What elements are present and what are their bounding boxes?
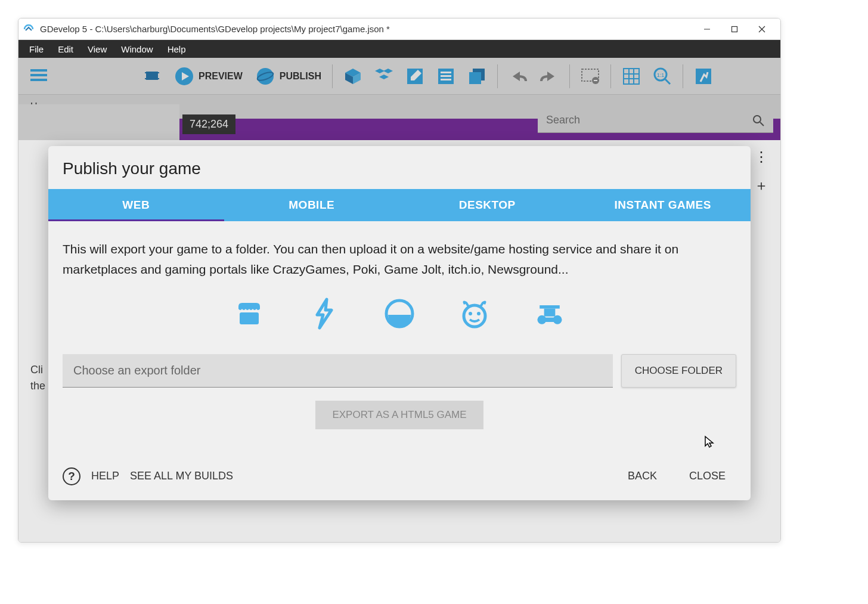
svg-line-43 bbox=[760, 122, 764, 126]
modal-description: This will export your game to a folder. … bbox=[63, 239, 736, 279]
toolbar-separator bbox=[610, 64, 611, 88]
tabs-row: Ho bbox=[18, 95, 780, 119]
objects-icon[interactable] bbox=[371, 63, 397, 89]
poki-icon bbox=[458, 297, 491, 330]
search-input[interactable] bbox=[546, 114, 752, 126]
help-link[interactable]: HELP bbox=[91, 470, 119, 482]
platform-icons bbox=[63, 297, 736, 330]
itch-io-icon bbox=[232, 297, 266, 330]
svg-point-48 bbox=[469, 312, 472, 315]
svg-rect-30 bbox=[582, 69, 599, 81]
minimize-button[interactable] bbox=[693, 18, 721, 40]
modal-footer: ? HELP SEE ALL MY BUILDS BACK CLOSE bbox=[48, 459, 751, 500]
toolbar-separator bbox=[332, 64, 333, 88]
tab-instant-games[interactable]: INSTANT GAMES bbox=[575, 189, 751, 221]
svg-rect-41 bbox=[696, 69, 711, 84]
redo-icon[interactable] bbox=[536, 63, 562, 89]
grid-icon[interactable] bbox=[618, 63, 644, 89]
undo-icon[interactable] bbox=[505, 63, 531, 89]
export-folder-input[interactable] bbox=[63, 354, 613, 388]
add-icon[interactable]: ＋ bbox=[754, 176, 768, 195]
modal-tabs: WEB MOBILE DESKTOP INSTANT GAMES bbox=[48, 189, 751, 221]
scene-tab-bar: Pr ✕ bbox=[18, 119, 780, 140]
see-builds-link[interactable]: SEE ALL MY BUILDS bbox=[130, 470, 233, 482]
svg-rect-26 bbox=[441, 75, 451, 77]
mask-icon[interactable] bbox=[577, 63, 603, 89]
publish-modal: Publish your game WEB MOBILE DESKTOP INS… bbox=[48, 146, 751, 500]
svg-rect-5 bbox=[30, 74, 47, 76]
menu-help[interactable]: Help bbox=[160, 42, 193, 57]
edit-icon[interactable] bbox=[402, 63, 428, 89]
tab-mobile[interactable]: MOBILE bbox=[224, 189, 400, 221]
svg-marker-13 bbox=[182, 72, 189, 80]
svg-rect-1 bbox=[732, 26, 737, 32]
svg-marker-45 bbox=[317, 299, 331, 328]
svg-point-31 bbox=[592, 77, 599, 84]
publish-label: PUBLISH bbox=[280, 71, 321, 82]
settings-icon[interactable] bbox=[690, 63, 717, 89]
svg-point-47 bbox=[464, 305, 485, 327]
preview-button[interactable]: PREVIEW bbox=[170, 63, 246, 89]
menu-file[interactable]: File bbox=[22, 42, 51, 57]
search-bar[interactable] bbox=[538, 108, 773, 133]
menu-edit[interactable]: Edit bbox=[51, 42, 80, 57]
add-object-icon[interactable] bbox=[340, 63, 366, 89]
svg-point-49 bbox=[477, 312, 480, 315]
svg-rect-32 bbox=[594, 80, 597, 81]
toolbar-separator bbox=[569, 64, 570, 88]
export-button[interactable]: EXPORT AS A HTML5 GAME bbox=[315, 401, 483, 429]
tab-home-partial[interactable]: Ho bbox=[30, 101, 42, 112]
crazygames-icon bbox=[383, 297, 416, 330]
back-button[interactable]: BACK bbox=[617, 465, 668, 487]
project-manager-icon[interactable] bbox=[26, 63, 52, 89]
tab-web[interactable]: WEB bbox=[48, 189, 224, 221]
app-icon bbox=[23, 23, 35, 35]
hint-line2: the bbox=[30, 378, 45, 394]
svg-rect-22 bbox=[407, 69, 423, 84]
scene-tab-label[interactable]: Pr bbox=[27, 125, 36, 135]
toolbar-separator bbox=[683, 64, 683, 88]
search-icon[interactable] bbox=[752, 114, 765, 127]
side-icons: ⋮ ＋ bbox=[754, 148, 768, 195]
properties-icon[interactable] bbox=[433, 63, 459, 89]
svg-marker-16 bbox=[345, 69, 361, 77]
tab-desktop[interactable]: DESKTOP bbox=[399, 189, 575, 221]
close-modal-button[interactable]: CLOSE bbox=[678, 465, 736, 487]
preview-label: PREVIEW bbox=[199, 71, 243, 82]
svg-rect-33 bbox=[624, 69, 639, 84]
newgrounds-icon bbox=[533, 297, 566, 330]
zoom-icon[interactable]: 1:1 bbox=[649, 63, 675, 89]
menu-view[interactable]: View bbox=[80, 42, 114, 57]
svg-rect-6 bbox=[30, 79, 47, 81]
debug-icon[interactable] bbox=[139, 63, 165, 89]
gamejolt-icon bbox=[308, 297, 341, 330]
menu-window[interactable]: Window bbox=[114, 42, 160, 57]
hint-line1: Cli bbox=[30, 362, 45, 378]
svg-rect-44 bbox=[240, 312, 259, 324]
svg-rect-28 bbox=[473, 69, 485, 80]
maximize-button[interactable] bbox=[721, 18, 748, 40]
svg-rect-50 bbox=[540, 305, 560, 309]
bottom-left-panel bbox=[18, 104, 179, 140]
svg-rect-4 bbox=[30, 69, 47, 72]
publish-button[interactable]: PUBLISH bbox=[251, 63, 325, 89]
svg-marker-23 bbox=[411, 70, 421, 80]
titlebar: GDevelop 5 - C:\Users\charburg\Documents… bbox=[18, 18, 780, 40]
more-icon[interactable]: ⋮ bbox=[754, 148, 768, 165]
svg-marker-19 bbox=[375, 69, 385, 73]
toolbar: PREVIEW PUBLISH 1:1 bbox=[18, 58, 780, 95]
modal-title: Publish your game bbox=[48, 146, 751, 189]
scene-tab-close-icon[interactable]: ✕ bbox=[764, 124, 772, 135]
layers-icon[interactable] bbox=[464, 63, 490, 89]
help-icon[interactable]: ? bbox=[63, 467, 80, 485]
close-button[interactable] bbox=[748, 18, 776, 40]
choose-folder-button[interactable]: CHOOSE FOLDER bbox=[621, 354, 736, 388]
svg-marker-18 bbox=[353, 73, 361, 84]
svg-line-39 bbox=[665, 79, 670, 84]
svg-point-38 bbox=[655, 69, 666, 80]
svg-rect-29 bbox=[469, 72, 481, 84]
folder-row: CHOOSE FOLDER bbox=[63, 354, 736, 388]
svg-point-42 bbox=[754, 116, 761, 123]
modal-body: This will export your game to a folder. … bbox=[48, 221, 751, 459]
hint-text: Cli the bbox=[30, 362, 45, 394]
